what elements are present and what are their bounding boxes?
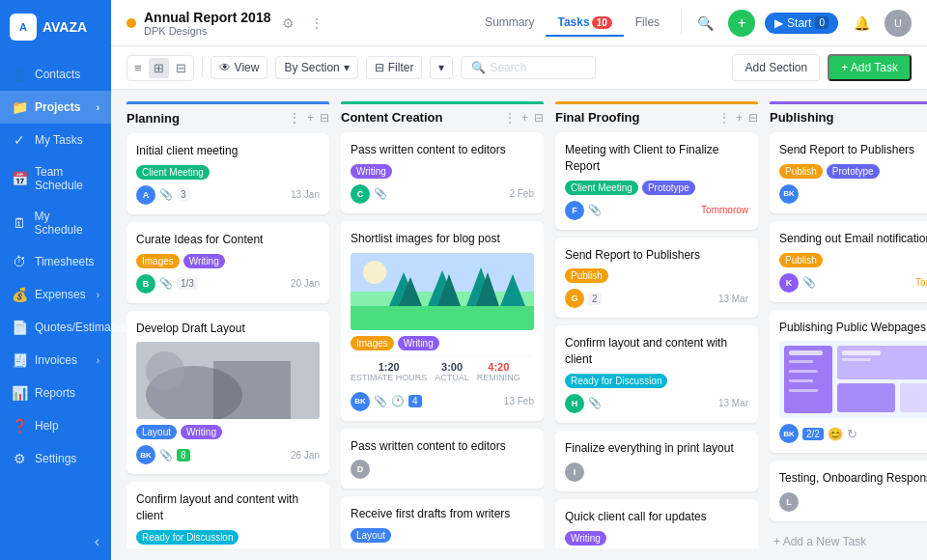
attachment-icon: 📎 <box>588 204 602 216</box>
sidebar-item-label: Timesheets <box>35 255 95 268</box>
search-icon: 🔍 <box>471 61 486 74</box>
card-confirm-layout-proofing[interactable]: Confirm layout and content with client R… <box>555 325 758 423</box>
proofing-menu-icon[interactable]: ⋮ <box>718 111 730 125</box>
sidebar-collapse-button[interactable]: ‹ <box>0 523 111 560</box>
sort-button[interactable]: ▾ <box>430 56 453 79</box>
start-button[interactable]: ▶ Start 0 <box>765 13 838 34</box>
user-avatar[interactable]: U <box>885 10 912 37</box>
sidebar-item-projects[interactable]: 📁 Projects › <box>0 91 111 124</box>
sidebar-navigation: 👤 Contacts 📁 Projects › ✓ My Tasks 📅 Tea… <box>0 54 111 523</box>
card-initial-meeting[interactable]: Initial client meeting Client Meeting A … <box>126 133 329 214</box>
proofing-title: Final Proofing <box>555 110 713 125</box>
card-title: Send Report to Publishers <box>779 142 927 158</box>
search-box[interactable]: 🔍 Search <box>461 56 596 79</box>
sidebar-item-my-tasks[interactable]: ✓ My Tasks <box>0 124 111 156</box>
sidebar-item-team-schedule[interactable]: 📅 Team Schedule <box>0 156 111 201</box>
tag-writing: Writing <box>398 336 439 350</box>
list-view-icon[interactable]: ≡ <box>129 58 147 78</box>
card-pass-content[interactable]: Pass written content to editors Writing … <box>341 132 544 213</box>
refresh-icon: ↻ <box>847 427 857 441</box>
add-button[interactable]: + <box>728 10 755 37</box>
tab-files[interactable]: Files <box>624 10 671 37</box>
card-meeting-client[interactable]: Meeting with Client to Finalize Report C… <box>555 132 758 230</box>
projects-icon: 📁 <box>12 99 27 115</box>
expenses-icon: 💰 <box>12 287 27 302</box>
card-avatar: BK <box>351 392 370 411</box>
board-view-icon[interactable]: ⊞ <box>149 58 169 78</box>
card-footer: B 📎 1/3 20 Jan <box>136 274 320 294</box>
card-testing-onboarding[interactable]: Testing, Onboarding Responses L <box>770 461 927 521</box>
card-publishing-webpages[interactable]: Publishing Public Webpages <box>770 310 927 454</box>
sidebar-item-help[interactable]: ❓ Help <box>0 409 111 442</box>
gear-icon[interactable]: ⚙ <box>278 14 298 33</box>
content-add-icon[interactable]: + <box>521 111 528 125</box>
card-develop-draft[interactable]: Develop Draft Layout Layout Writing <box>126 311 329 475</box>
add-task-button[interactable]: + Add Task <box>828 54 912 81</box>
planning-collapse-icon[interactable]: ⊟ <box>320 111 329 125</box>
svg-rect-7 <box>351 306 534 330</box>
notification-button[interactable]: 🔔 <box>848 10 875 37</box>
tag-images: Images <box>351 336 394 350</box>
sidebar-item-quotes[interactable]: 📄 Quotes/Estimates <box>0 311 111 344</box>
add-task-publishing[interactable]: + Add a New Task <box>770 529 927 548</box>
card-footer: I <box>565 462 748 482</box>
sidebar-logo[interactable]: A AVAZA <box>0 0 111 54</box>
card-date: 13 Mar <box>718 398 748 408</box>
card-title: Publishing Public Webpages <box>779 320 927 336</box>
card-send-report[interactable]: Send Report to Publishers Publish G 2 13… <box>555 238 758 319</box>
svg-rect-21 <box>842 350 881 355</box>
card-send-publishers[interactable]: Send Report to Publishers Publish Protot… <box>770 132 927 213</box>
card-confirm-layout[interactable]: Confirm layout and content with client R… <box>126 482 329 548</box>
sidebar-item-my-schedule[interactable]: 🗓 My Schedule <box>0 201 111 245</box>
card-finalize-print[interactable]: Finalize everything in print layout I <box>555 431 758 491</box>
card-pass-content-2[interactable]: Pass written content to editors D <box>341 429 544 490</box>
card-tags: Ready for Discussion <box>136 530 320 545</box>
sidebar-item-invoices[interactable]: 🧾 Invoices › <box>0 344 111 377</box>
table-view-icon[interactable]: ⊟ <box>171 58 191 78</box>
card-curate-ideas[interactable]: Curate Ideas for Content Images Writing … <box>126 222 329 303</box>
planning-menu-icon[interactable]: ⋮ <box>288 110 301 126</box>
proofing-collapse-icon[interactable]: ⊟ <box>748 111 758 125</box>
planning-add-icon[interactable]: + <box>307 111 314 125</box>
main-content: Annual Report 2018 DPK Designs ⚙ ⋮ Summa… <box>111 0 927 560</box>
sidebar-item-settings[interactable]: ⚙ Settings <box>0 442 111 475</box>
card-shortlist-images[interactable]: Shortlist images for blog post <box>341 221 544 421</box>
card-footer: L <box>779 492 927 512</box>
project-title: Annual Report 2018 <box>144 10 270 25</box>
proofing-add-icon[interactable]: + <box>736 111 743 125</box>
card-avatar: B <box>136 274 155 294</box>
card-email-notifications[interactable]: Sending out Email notifications Publish … <box>770 221 927 302</box>
card-title: Confirm layout and content with client <box>565 335 748 368</box>
attachment-icon: 📎 <box>374 187 387 200</box>
card-tags: Client Meeting Prototype <box>565 181 748 195</box>
attachment-icon: 📎 <box>588 397 602 409</box>
card-quick-call[interactable]: Quick client call for updates Writing J … <box>555 499 758 548</box>
header-left: Annual Report 2018 DPK Designs ⚙ ⋮ <box>126 10 462 37</box>
tab-tasks[interactable]: Tasks10 <box>546 10 623 37</box>
filter-button[interactable]: ⊟ Filter <box>366 56 423 79</box>
card-footer: C 📎 2 Feb <box>351 184 534 204</box>
sidebar-item-reports[interactable]: 📊 Reports <box>0 377 111 409</box>
content-collapse-icon[interactable]: ⊟ <box>534 111 544 125</box>
column-content-creation: Content Creation ⋮ + ⊟ Pass written cont… <box>341 101 544 548</box>
card-tags: Writing <box>351 164 534 179</box>
publishing-title: Publishing <box>770 110 927 125</box>
publishing-scroll: Send Report to Publishers Publish Protot… <box>770 132 927 548</box>
content-menu-icon[interactable]: ⋮ <box>504 111 516 125</box>
section-select[interactable]: By Section ▾ <box>275 56 357 79</box>
add-section-button[interactable]: Add Section <box>732 54 820 81</box>
svg-rect-3 <box>213 361 291 419</box>
view-button[interactable]: 👁 View <box>211 56 268 79</box>
sidebar-item-contacts[interactable]: 👤 Contacts <box>0 58 111 91</box>
card-receive-drafts[interactable]: Receive first drafts from writers Layout… <box>341 496 544 548</box>
sidebar-item-timesheets[interactable]: ⏱ Timesheets <box>0 245 111 278</box>
card-date: 13 Jan <box>291 189 320 200</box>
more-icon[interactable]: ⋮ <box>306 14 327 33</box>
card-footer: G 2 13 Mar <box>565 289 748 308</box>
sort-icon: ▾ <box>438 61 444 74</box>
tab-summary[interactable]: Summary <box>473 10 546 37</box>
chevron-right-icon: › <box>97 290 99 300</box>
search-button[interactable]: 🔍 <box>691 10 718 37</box>
sidebar-item-expenses[interactable]: 💰 Expenses › <box>0 278 111 311</box>
filter-icon: ⊟ <box>375 61 384 74</box>
